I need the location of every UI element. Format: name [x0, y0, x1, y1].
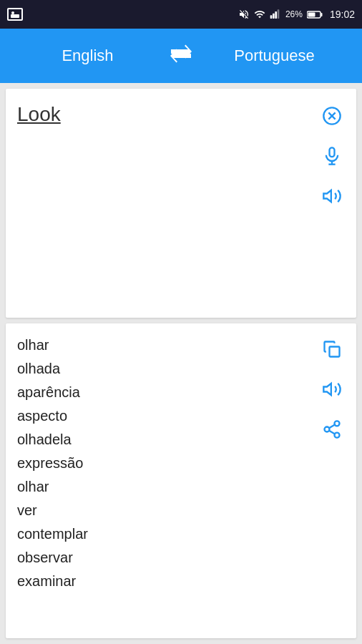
svg-rect-7 — [321, 13, 322, 16]
status-bar-right: 26% 19:02 — [238, 9, 355, 20]
svg-rect-16 — [330, 347, 340, 357]
battery-icon — [307, 10, 323, 19]
copy-button[interactable] — [319, 336, 345, 362]
status-bar-left — [7, 8, 23, 21]
svg-rect-8 — [308, 12, 315, 16]
translation-tts-button[interactable] — [319, 376, 345, 402]
svg-rect-3 — [273, 14, 275, 19]
time-display: 19:02 — [330, 9, 355, 20]
list-item: aparência — [17, 381, 319, 404]
svg-marker-17 — [323, 384, 331, 395]
input-icons — [319, 100, 345, 306]
status-bar: 26% 19:02 — [0, 0, 362, 29]
list-item: olhar — [17, 475, 319, 499]
input-word: Look — [17, 103, 312, 126]
svg-rect-4 — [275, 11, 277, 19]
list-item: observar — [17, 546, 319, 570]
tts-button[interactable] — [319, 183, 345, 209]
svg-point-20 — [335, 433, 340, 438]
wifi-icon — [254, 9, 265, 20]
svg-rect-5 — [278, 9, 280, 19]
svg-point-18 — [335, 421, 340, 426]
svg-line-21 — [329, 431, 335, 434]
target-language-label[interactable]: Portuguese — [201, 47, 348, 65]
list-item: aspecto — [17, 404, 319, 428]
list-item: olhada — [17, 357, 319, 381]
svg-rect-12 — [330, 147, 335, 157]
list-item: ver — [17, 499, 319, 522]
app-header: English Portuguese — [0, 29, 362, 83]
source-language-label[interactable]: English — [14, 47, 161, 65]
gallery-icon — [7, 8, 23, 21]
svg-marker-15 — [323, 190, 331, 202]
swap-languages-button[interactable] — [161, 44, 201, 69]
mute-icon — [238, 9, 250, 20]
content-area: Look — [0, 83, 362, 644]
list-item: olhar — [17, 333, 319, 357]
microphone-button[interactable] — [319, 143, 345, 169]
clear-button[interactable] — [319, 103, 345, 129]
input-text-area[interactable]: Look — [17, 100, 319, 306]
svg-rect-2 — [270, 15, 273, 19]
battery-level: 26% — [285, 9, 303, 19]
translation-icons — [319, 333, 345, 628]
translation-card: olharolhadaaparênciaaspectoolhadelaexpre… — [6, 323, 356, 638]
signal-icon — [270, 9, 281, 20]
svg-rect-0 — [11, 14, 19, 18]
list-item: examinar — [17, 570, 319, 593]
input-card: Look — [6, 89, 356, 318]
translation-list: olharolhadaaparênciaaspectoolhadelaexpre… — [17, 333, 319, 628]
list-item: expressão — [17, 452, 319, 475]
share-button[interactable] — [319, 416, 345, 442]
list-item: contemplar — [17, 522, 319, 546]
svg-point-1 — [11, 11, 14, 14]
svg-line-22 — [329, 425, 335, 429]
list-item: olhadela — [17, 428, 319, 452]
swap-icon — [168, 44, 194, 64]
svg-point-19 — [325, 427, 330, 432]
